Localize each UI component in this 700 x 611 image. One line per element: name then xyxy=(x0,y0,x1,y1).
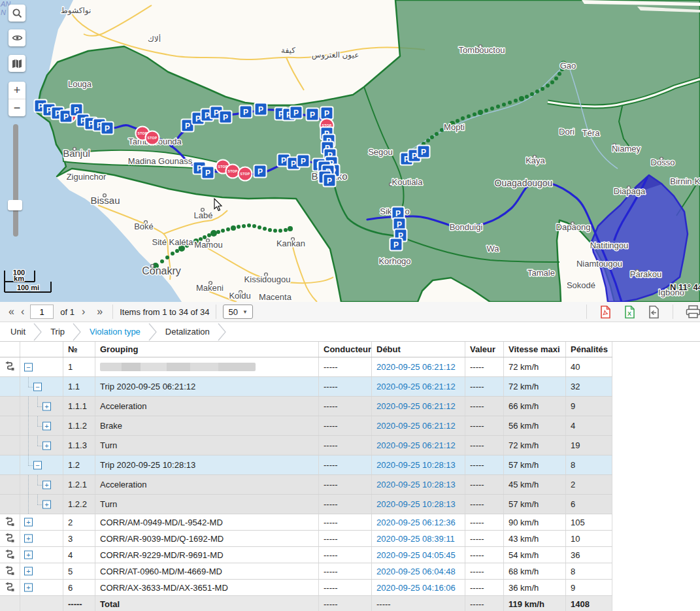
breadcrumb: Unit Trip Violation type Detalization xyxy=(0,322,700,342)
cell-valeur: ----- xyxy=(465,531,504,547)
expand-toggle[interactable]: + xyxy=(24,567,33,576)
cell-track[interactable] xyxy=(0,580,20,596)
breadcrumb-detalization[interactable]: Detalization xyxy=(161,327,214,337)
zoom-out-button[interactable]: − xyxy=(8,99,25,116)
cell-valeur: ----- xyxy=(465,436,504,455)
collapse-toggle[interactable]: − xyxy=(33,461,42,469)
header-num: № xyxy=(63,342,95,357)
date-link[interactable]: 2020-09-25 06:21:12 xyxy=(376,440,456,450)
date-link[interactable]: 2020-09-25 08:39:11 xyxy=(376,534,455,544)
cell-penalites: 105 xyxy=(566,514,612,531)
stop-marker[interactable]: STOP xyxy=(239,167,252,181)
cell-debut: 2020-09-25 10:28:13 xyxy=(372,495,465,514)
cell-expand: + xyxy=(20,580,63,596)
expand-toggle[interactable]: + xyxy=(24,518,33,527)
map-visibility-button[interactable] xyxy=(8,29,25,46)
expand-toggle[interactable]: + xyxy=(42,480,51,489)
cell-track[interactable] xyxy=(0,357,20,377)
header-debut: Début xyxy=(372,342,465,357)
parking-marker[interactable]: P xyxy=(390,239,403,251)
date-link[interactable]: 2020-09-25 06:21:12 xyxy=(376,401,456,411)
cell-vitesse: 90 km/h xyxy=(504,514,566,531)
expand-toggle[interactable]: + xyxy=(42,402,51,410)
zoom-slider-handle[interactable] xyxy=(8,200,22,210)
collapse-toggle[interactable]: − xyxy=(33,382,42,391)
breadcrumb-violation-type[interactable]: Violation type xyxy=(86,327,144,337)
parking-letter: P xyxy=(301,157,306,166)
date-link[interactable]: 2020-09-25 06:21:12 xyxy=(376,382,456,391)
cell-debut: 2020-09-25 06:21:12 xyxy=(372,377,465,397)
cell-expand: + xyxy=(20,547,63,563)
last-page-button[interactable]: » xyxy=(93,306,106,317)
cell-track[interactable] xyxy=(0,531,20,547)
prev-page-button[interactable]: ‹ xyxy=(18,306,27,317)
cell-conducteur: ----- xyxy=(319,596,372,611)
date-link[interactable]: 2020-09-25 10:28:13 xyxy=(376,460,456,470)
map-search-button[interactable] xyxy=(8,5,25,22)
expand-toggle[interactable]: + xyxy=(24,535,33,543)
first-page-button[interactable]: « xyxy=(5,306,18,317)
date-link[interactable]: 2020-09-25 04:05:45 xyxy=(376,550,456,560)
cell-debut: 2020-09-25 08:39:11 xyxy=(372,531,465,547)
cell-track[interactable] xyxy=(0,563,20,580)
parking-marker[interactable]: P xyxy=(321,107,333,120)
parking-marker[interactable]: P xyxy=(240,106,252,118)
stop-marker[interactable]: STOP xyxy=(226,165,240,178)
track-dot xyxy=(430,135,434,139)
collapse-toggle[interactable]: − xyxy=(24,363,33,371)
parking-marker[interactable]: P xyxy=(307,108,319,121)
expand-toggle[interactable]: + xyxy=(24,551,33,559)
parking-marker[interactable]: P xyxy=(101,122,114,135)
map-city-label: Koutiala xyxy=(392,177,424,187)
export-file-button[interactable] xyxy=(648,305,660,319)
parking-marker[interactable]: P xyxy=(202,167,214,179)
parking-marker[interactable]: P xyxy=(297,155,310,167)
map-city-label: Niamey xyxy=(612,144,641,154)
parking-marker[interactable]: P xyxy=(290,107,303,119)
cell-conducteur: ----- xyxy=(319,514,372,531)
export-pdf-button[interactable] xyxy=(599,305,612,319)
chevron-right-icon xyxy=(218,323,227,341)
date-link[interactable]: 2020-09-25 06:21:12 xyxy=(376,421,456,431)
cell-track[interactable] xyxy=(0,547,20,563)
track-dot xyxy=(478,110,483,115)
stop-letter: STOP xyxy=(241,172,250,176)
date-link[interactable]: 2020-09-25 06:21:12 xyxy=(376,362,456,372)
chevron-right-icon xyxy=(148,323,158,341)
redacted-unit-name xyxy=(100,363,256,371)
zoom-in-button[interactable]: + xyxy=(8,82,25,99)
parking-marker[interactable]: P xyxy=(255,103,267,116)
parking-marker[interactable]: P xyxy=(324,174,336,187)
next-page-button[interactable]: › xyxy=(78,306,88,317)
track-dot xyxy=(242,224,246,228)
date-link[interactable]: 2020-09-25 06:12:36 xyxy=(376,518,456,527)
page-size-select[interactable]: 50 ▼ xyxy=(223,305,252,319)
track-dot xyxy=(226,227,230,231)
expand-toggle[interactable]: + xyxy=(42,500,51,508)
expand-toggle[interactable]: + xyxy=(24,584,33,592)
date-link[interactable]: 2020-09-25 10:28:13 xyxy=(376,499,456,509)
cell-track[interactable] xyxy=(0,514,20,531)
zoom-slider-track[interactable] xyxy=(13,124,18,237)
stop-marker[interactable]: STOP xyxy=(146,131,159,145)
export-arrow-icon xyxy=(648,305,660,319)
date-link[interactable]: 2020-09-25 10:28:13 xyxy=(376,480,456,489)
parking-marker[interactable]: P xyxy=(254,165,267,178)
cell-penalites: 2 xyxy=(566,475,612,495)
parking-marker[interactable]: P xyxy=(220,111,232,124)
expand-toggle[interactable]: + xyxy=(42,441,51,450)
date-link[interactable]: 2020-09-25 06:04:48 xyxy=(376,567,456,576)
map-layers-button[interactable] xyxy=(8,55,25,72)
cell-valeur: ----- xyxy=(465,455,504,475)
parking-marker[interactable]: P xyxy=(418,146,430,158)
breadcrumb-unit[interactable]: Unit xyxy=(7,327,29,337)
page-number-input[interactable] xyxy=(30,305,54,319)
map[interactable]: ANNنواكشوطألاككيفةعيون العتروسTombouctou… xyxy=(0,0,700,302)
expand-toggle[interactable]: + xyxy=(42,421,51,430)
breadcrumb-trip[interactable]: Trip xyxy=(46,327,69,337)
cell-track xyxy=(0,436,20,455)
export-excel-button[interactable]: X xyxy=(624,305,636,319)
date-link[interactable]: 2020-09-25 04:16:06 xyxy=(376,583,456,593)
print-button[interactable] xyxy=(686,305,700,318)
table-row: +1.1.3Turn-----2020-09-25 06:21:12-----7… xyxy=(0,436,612,455)
